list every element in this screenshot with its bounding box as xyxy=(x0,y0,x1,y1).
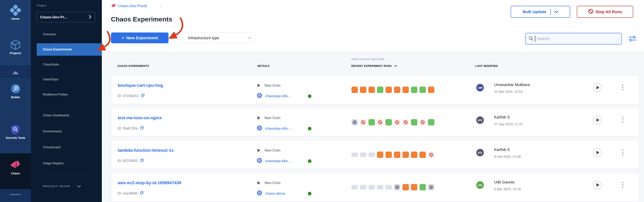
rail-item-security-tests[interactable]: Security Tests xyxy=(0,124,31,139)
row-menu-button[interactable] xyxy=(622,84,624,91)
copy-icon[interactable] xyxy=(140,191,144,196)
column-header-details: DETAILS xyxy=(257,64,270,68)
row-menu-button[interactable] xyxy=(622,181,624,188)
run-indicator-completed[interactable] xyxy=(368,119,375,126)
run-indicator-failed[interactable] xyxy=(377,119,383,126)
run-indicator-failed[interactable] xyxy=(420,119,426,126)
run-indicator-completed[interactable] xyxy=(420,86,426,93)
run-indicator-running[interactable] xyxy=(386,152,392,158)
page-header: Chaos-Dev-Prod2 › Chaos Experiments Bulk… xyxy=(102,0,644,52)
run-indicator-failed[interactable] xyxy=(428,152,434,158)
breadcrumb[interactable]: Chaos-Dev-Prod2 xyxy=(118,4,147,8)
rail-item-label: Chaos xyxy=(0,172,31,175)
run-indicator-stopped[interactable] xyxy=(352,119,358,126)
infrastructure[interactable]: chaosday-k8s-... xyxy=(256,92,292,99)
filter-icon[interactable] xyxy=(628,35,637,43)
plus-icon: + xyxy=(122,35,124,41)
rail-item-chaos[interactable]: Chaos xyxy=(0,158,31,175)
sidebar-item-label: GameDays xyxy=(43,78,58,81)
run-indicator-completed[interactable] xyxy=(411,119,417,126)
run-indicator-failed[interactable] xyxy=(402,119,409,126)
row-menu-button[interactable] xyxy=(622,116,624,124)
run-experiment-button[interactable] xyxy=(593,83,602,92)
infra-status-dot xyxy=(308,94,312,98)
sidebar-item-chaos-dashboards[interactable]: Chaos Dashboards xyxy=(31,109,102,122)
run-experiment-button[interactable] xyxy=(593,116,602,124)
run-indicator-running[interactable] xyxy=(368,86,375,93)
run-experiment-button[interactable] xyxy=(593,148,602,157)
run-indicator-running[interactable] xyxy=(352,86,358,93)
recent-runs-bar xyxy=(352,140,434,169)
run-indicator-completed[interactable] xyxy=(386,119,392,126)
page-title: Chaos Experiments xyxy=(111,16,172,23)
column-header-modified: LAST MODIFIED xyxy=(475,64,498,68)
sidebar-item-gamedays[interactable]: GameDays xyxy=(31,73,102,86)
infrastructure-type-select[interactable]: Infrastructure type xyxy=(183,32,255,43)
sidebar-item-label: Chaos Experiments xyxy=(43,48,72,51)
experiment-row[interactable]: test-nw-loss-on-nginx ID: f0a6720a Non-C… xyxy=(111,108,639,136)
run-indicator-running[interactable] xyxy=(394,152,400,158)
experiment-row[interactable]: boutique-cart-cpu-hog ID: d7c9d243 Non-C… xyxy=(111,76,639,104)
copy-icon[interactable] xyxy=(140,126,144,131)
infrastructure[interactable]: chaosday-k8s-... xyxy=(256,125,292,132)
chevron-down-icon[interactable] xyxy=(554,10,558,14)
run-indicator-none xyxy=(368,185,375,190)
sidebar-item-resilience-probes[interactable]: Resilience Probes xyxy=(31,88,102,101)
search-input[interactable] xyxy=(537,36,619,41)
experiment-name-link[interactable]: boutique-cart-cpu-hog xyxy=(118,83,163,88)
copy-icon[interactable] xyxy=(141,93,145,98)
run-indicator-running[interactable] xyxy=(394,86,400,93)
run-indicator-failed[interactable] xyxy=(394,119,400,126)
run-indicator-completed[interactable] xyxy=(428,119,434,126)
play-icon xyxy=(596,183,599,187)
sidebar-item-image-registry[interactable]: Image Registry xyxy=(31,157,102,170)
rail-item-home[interactable]: Home xyxy=(0,4,31,20)
run-indicator-running[interactable] xyxy=(402,86,409,93)
run-indicator-running[interactable] xyxy=(420,152,426,158)
project-selector[interactable]: Chaos-Dev-Pr... xyxy=(37,12,95,22)
infrastructure[interactable]: chaos-demo xyxy=(256,190,286,197)
run-indicator-running[interactable] xyxy=(402,152,409,158)
rail-item-projects[interactable]: Projects xyxy=(0,39,31,55)
experiment-row[interactable]: aws-ec2-stop-by-id-1658947438 ID: eacafb… xyxy=(111,173,639,202)
experiment-name-link[interactable]: lambda-function-timeout-1s xyxy=(118,148,174,153)
avatar: UM xyxy=(476,84,484,92)
run-indicator-running[interactable] xyxy=(411,152,417,158)
experiment-name-link[interactable]: test-nw-loss-on-nginx xyxy=(118,116,162,120)
run-indicator-running[interactable] xyxy=(377,152,383,158)
play-triangle-icon xyxy=(258,84,260,87)
row-menu-button[interactable] xyxy=(622,149,624,156)
run-indicator-stopped[interactable] xyxy=(394,184,400,190)
rail-resize-handle[interactable] xyxy=(10,194,21,195)
collapse-rail-icon[interactable] xyxy=(12,71,19,74)
run-indicator-running[interactable] xyxy=(428,86,434,93)
run-indicator-running[interactable] xyxy=(386,86,392,93)
run-indicator-running[interactable] xyxy=(360,86,366,93)
copy-icon[interactable] xyxy=(140,158,144,163)
sidebar-item-chaosguard[interactable]: ChaosGuard xyxy=(31,141,102,154)
bulk-update-button[interactable]: Bulk Update xyxy=(511,6,570,18)
run-indicator-completed[interactable] xyxy=(420,184,426,190)
infrastructure[interactable]: chaosday-k8s-... xyxy=(256,158,292,164)
run-experiment-button[interactable] xyxy=(593,180,602,190)
experiment-name-link[interactable]: aws-ec2-stop-by-id-1658947438 xyxy=(118,180,181,186)
stop-all-runs-button[interactable]: Stop All Runs xyxy=(577,6,633,18)
column-header-runs[interactable]: RECENT EXPERIMENT RUNS xyxy=(351,64,397,68)
sort-chevron-icon xyxy=(394,64,397,68)
run-indicator-failed[interactable] xyxy=(360,119,366,126)
run-indicator-running[interactable] xyxy=(411,184,417,190)
sidebar-item-chaoshubs[interactable]: ChaosHubs xyxy=(31,58,102,71)
new-experiment-button[interactable]: + New Experiment xyxy=(111,32,168,43)
sidebar-item-overview[interactable]: Overview xyxy=(31,28,102,40)
run-indicator-completed[interactable] xyxy=(377,86,383,93)
run-indicator-completed[interactable] xyxy=(411,86,417,93)
sidebar-item-label: Environments xyxy=(43,130,62,133)
infrastructure-name: chaosday-k8s-... xyxy=(265,126,292,131)
run-indicator-stopped[interactable] xyxy=(428,184,434,190)
sidebar-item-chaos-experiments[interactable]: Chaos Experiments xyxy=(37,43,102,56)
rail-item-builds[interactable]: Builds xyxy=(0,83,31,99)
sidebar-item-environments[interactable]: Environments xyxy=(31,125,102,138)
project-setup-toggle[interactable]: PROJECT SETUP xyxy=(43,185,81,188)
run-indicator-running[interactable] xyxy=(402,184,409,190)
experiment-row[interactable]: lambda-function-timeout-1s ID: 837f4583 … xyxy=(111,140,639,169)
